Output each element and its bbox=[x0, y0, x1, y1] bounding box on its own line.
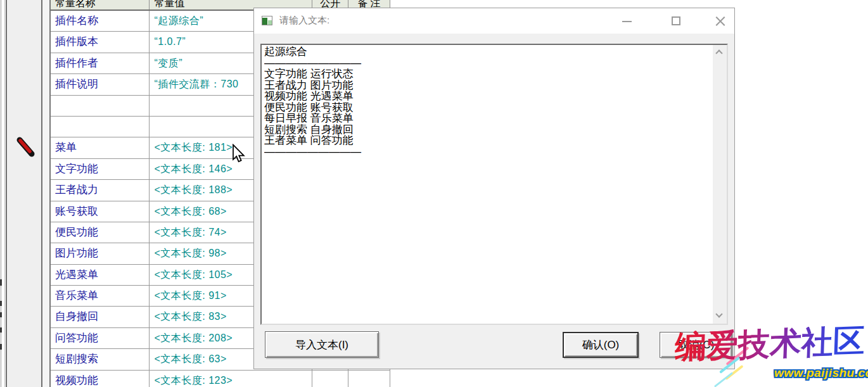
row-name-cell[interactable] bbox=[51, 96, 150, 116]
dialog-title: 请输入文本: bbox=[279, 15, 329, 27]
window-icon bbox=[262, 16, 272, 25]
chevron-down-icon bbox=[715, 310, 722, 317]
close-icon bbox=[715, 16, 725, 26]
text-input-content[interactable]: 起源综合 ————————— 文字功能 运行状态 王者战力 图片功能 视频功能 … bbox=[264, 46, 710, 322]
gutter-line bbox=[4, 0, 5, 387]
vertical-scrollbar[interactable] bbox=[713, 45, 727, 324]
edge-mark bbox=[0, 327, 2, 333]
edge-mark bbox=[0, 344, 2, 350]
maximize-icon bbox=[672, 16, 680, 25]
import-text-button[interactable]: 导入文本(I) bbox=[265, 331, 379, 358]
row-name-cell[interactable]: 插件版本 bbox=[51, 32, 150, 52]
row-name-cell[interactable]: 光遇菜单 bbox=[51, 265, 150, 285]
confirm-button[interactable]: 确认(O) bbox=[563, 332, 639, 358]
chevron-up-icon bbox=[715, 49, 722, 56]
row-name-cell[interactable]: 问答功能 bbox=[51, 328, 150, 348]
gutter-strip bbox=[42, 0, 49, 387]
row-name-cell[interactable]: 插件作者 bbox=[51, 53, 150, 73]
row-name-cell[interactable]: 图片功能 bbox=[51, 243, 150, 263]
row-note-cell[interactable] bbox=[348, 371, 390, 387]
close-button[interactable] bbox=[706, 8, 734, 34]
dialog-titlebar[interactable]: 请输入文本: bbox=[254, 8, 734, 34]
row-name-cell[interactable]: 视频功能 bbox=[51, 371, 150, 387]
edit-pen-icon bbox=[16, 136, 36, 160]
cancel-button[interactable]: 取消(C) bbox=[660, 332, 732, 358]
edge-mark bbox=[0, 312, 2, 317]
row-public-cell[interactable] bbox=[312, 371, 348, 387]
edge-mark bbox=[0, 279, 2, 286]
table-row[interactable]: 视频功能 <文本长度: 123> bbox=[51, 371, 390, 387]
scroll-down-button[interactable] bbox=[713, 310, 727, 322]
row-name-cell[interactable]: 插件说明 bbox=[51, 74, 150, 94]
row-name-cell[interactable]: 便民功能 bbox=[51, 222, 150, 243]
app-window: 常量名称 常量值 公开 备 注 插件名称 “起源综合” 插件版本 “1.0.7”… bbox=[0, 0, 868, 387]
row-name-cell[interactable]: 菜单 bbox=[51, 137, 150, 158]
text-input-area[interactable]: 起源综合 ————————— 文字功能 运行状态 王者战力 图片功能 视频功能 … bbox=[260, 44, 728, 325]
watermark-url: www.paijishu.com bbox=[774, 366, 868, 380]
left-gutter bbox=[0, 0, 49, 387]
row-name-cell[interactable]: 王者战力 bbox=[51, 180, 150, 200]
row-name-cell[interactable]: 账号获取 bbox=[51, 201, 150, 222]
edge-mark bbox=[0, 301, 2, 306]
streak-decoration bbox=[714, 372, 733, 387]
header-constant-name: 常量名称 bbox=[51, 0, 150, 10]
gutter-strip bbox=[7, 0, 41, 387]
scroll-up-button[interactable] bbox=[713, 46, 727, 59]
minimize-icon bbox=[622, 21, 632, 22]
row-name-cell[interactable]: 插件名称 bbox=[51, 11, 150, 31]
row-name-cell[interactable]: 文字功能 bbox=[51, 159, 150, 179]
row-name-cell[interactable]: 自身撤回 bbox=[51, 307, 150, 327]
row-name-cell[interactable]: 短剧搜索 bbox=[51, 349, 150, 369]
maximize-button[interactable] bbox=[662, 8, 690, 34]
input-text-dialog: 请输入文本: 起源综合 ————————— 文字功能 运行状态 王者战力 图片功… bbox=[253, 8, 735, 369]
row-value-cell[interactable]: <文本长度: 123> bbox=[150, 371, 312, 387]
row-name-cell[interactable] bbox=[51, 117, 150, 137]
minimize-button[interactable] bbox=[613, 8, 641, 34]
mouse-cursor bbox=[231, 144, 246, 164]
row-name-cell[interactable]: 音乐菜单 bbox=[51, 286, 150, 306]
